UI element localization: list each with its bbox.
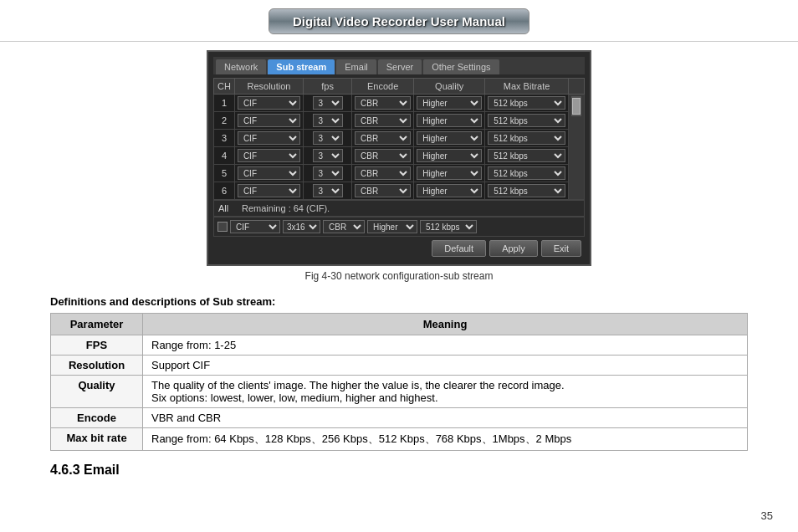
fps-cell: 3 xyxy=(304,165,352,182)
apply-encode-select[interactable]: CBR xyxy=(323,220,365,233)
definitions-title: Definitions and descriptions of Sub stre… xyxy=(50,295,748,308)
quality-select-4[interactable]: Higher xyxy=(417,149,482,162)
col-ch: CH xyxy=(214,79,235,95)
encode-cell: CBR xyxy=(352,130,414,147)
encode-select-3[interactable]: CBR xyxy=(355,131,411,145)
def-header-meaning: Meaning xyxy=(143,314,748,335)
def-param: Max bit rate xyxy=(51,428,143,451)
resolution-cell: CIF xyxy=(234,147,303,165)
quality-cell: Higher xyxy=(414,182,485,200)
resolution-select-4[interactable]: CIF xyxy=(238,149,300,162)
ch-cell: 4 xyxy=(214,147,235,165)
apply-fps-select[interactable]: 3x16 xyxy=(283,220,320,233)
def-param: Resolution xyxy=(51,356,143,376)
col-bitrate: Max Bitrate xyxy=(485,79,569,95)
definitions-table: Parameter Meaning FPSRange from: 1-25Res… xyxy=(50,313,748,451)
quality-cell: Higher xyxy=(414,165,485,182)
apply-quality-select[interactable]: Higher xyxy=(367,220,417,233)
def-param: Encode xyxy=(51,408,143,428)
tab-server[interactable]: Server xyxy=(378,59,422,74)
bitrate-cell: 512 kbps xyxy=(485,147,569,165)
scrollbar-cell xyxy=(569,95,585,200)
quality-cell: Higher xyxy=(414,147,485,165)
encode-select-6[interactable]: CBR xyxy=(355,184,411,197)
bitrate-cell: 512 kbps xyxy=(485,182,569,200)
bitrate-select-4[interactable]: 512 kbps xyxy=(488,149,565,162)
fps-cell: 3 xyxy=(304,182,352,200)
quality-select-2[interactable]: Higher xyxy=(417,114,482,127)
resolution-select-5[interactable]: CIF xyxy=(238,166,300,180)
quality-select-3[interactable]: Higher xyxy=(417,131,482,145)
bitrate-select-6[interactable]: 512 kbps xyxy=(488,184,565,197)
resolution-cell: CIF xyxy=(234,95,303,112)
scrollbar-thumb[interactable] xyxy=(572,98,581,115)
apply-resolution-select[interactable]: CIF xyxy=(230,220,280,233)
fps-select-2[interactable]: 3 xyxy=(313,114,343,127)
quality-cell: Higher xyxy=(414,130,485,147)
default-button[interactable]: Default xyxy=(432,240,486,257)
resolution-select-3[interactable]: CIF xyxy=(238,131,300,145)
col-quality: Quality xyxy=(414,79,485,95)
all-checkbox[interactable] xyxy=(217,222,228,232)
encode-select-1[interactable]: CBR xyxy=(355,96,411,110)
table-row: 4CIF3CBRHigher512 kbps xyxy=(214,147,585,165)
def-row: EncodeVBR and CBR xyxy=(51,408,748,428)
ch-cell: 3 xyxy=(214,130,235,147)
encode-select-2[interactable]: CBR xyxy=(355,114,411,127)
def-header-param: Parameter xyxy=(51,314,143,335)
bitrate-select-3[interactable]: 512 kbps xyxy=(488,131,565,145)
resolution-select-2[interactable]: CIF xyxy=(238,114,300,127)
fps-cell: 3 xyxy=(304,147,352,165)
apply-row: CIF 3x16 CBR Higher 512 kbps xyxy=(213,217,585,237)
quality-select-6[interactable]: Higher xyxy=(417,184,482,197)
content-area: Network Sub stream Email Server Other Se… xyxy=(0,42,798,486)
resolution-cell: CIF xyxy=(234,165,303,182)
bitrate-select-5[interactable]: 512 kbps xyxy=(488,166,565,180)
fps-select-4[interactable]: 3 xyxy=(313,149,343,162)
bitrate-select-2[interactable]: 512 kbps xyxy=(488,114,565,127)
encode-cell: CBR xyxy=(352,182,414,200)
tabs-bar: Network Sub stream Email Server Other Se… xyxy=(213,57,585,74)
encode-select-5[interactable]: CBR xyxy=(355,166,411,180)
def-row: ResolutionSupport CIF xyxy=(51,356,748,376)
bitrate-cell: 512 kbps xyxy=(485,112,569,130)
scrollbar-header xyxy=(569,79,585,95)
buttons-row: Default Apply Exit xyxy=(213,237,585,259)
dvr-ui: Network Sub stream Email Server Other Se… xyxy=(207,50,591,266)
quality-select-5[interactable]: Higher xyxy=(417,166,482,180)
bitrate-cell: 512 kbps xyxy=(485,95,569,112)
fps-select-3[interactable]: 3 xyxy=(313,131,343,145)
encode-select-4[interactable]: CBR xyxy=(355,149,411,162)
fps-select-6[interactable]: 3 xyxy=(313,184,343,197)
def-param: FPS xyxy=(51,335,143,356)
resolution-select-1[interactable]: CIF xyxy=(238,96,300,110)
def-meaning: The quality of the clients' image. The h… xyxy=(143,376,748,408)
tab-other[interactable]: Other Settings xyxy=(423,59,499,74)
resolution-select-6[interactable]: CIF xyxy=(238,184,300,197)
quality-select-1[interactable]: Higher xyxy=(417,96,482,110)
header-title: Digital Video Recorder User Manual xyxy=(293,14,505,28)
table-row: 2CIF3CBRHigher512 kbps xyxy=(214,112,585,130)
apply-bitrate-select[interactable]: 512 kbps xyxy=(420,220,477,233)
tab-network[interactable]: Network xyxy=(216,59,266,74)
scrollbar[interactable] xyxy=(571,96,581,116)
fps-select-5[interactable]: 3 xyxy=(313,166,343,180)
quality-cell: Higher xyxy=(414,95,485,112)
def-meaning: Range from: 64 Kbps、128 Kbps、256 Kbps、51… xyxy=(143,428,748,451)
apply-button[interactable]: Apply xyxy=(489,240,538,257)
exit-button[interactable]: Exit xyxy=(541,240,581,257)
fps-cell: 3 xyxy=(304,112,352,130)
remaining-text: Remaining : 64 (CIF). xyxy=(242,203,580,213)
encode-cell: CBR xyxy=(352,112,414,130)
fps-select-1[interactable]: 3 xyxy=(313,96,343,110)
def-meaning: VBR and CBR xyxy=(143,408,748,428)
header-title-box: Digital Video Recorder User Manual xyxy=(269,8,529,34)
tab-substream[interactable]: Sub stream xyxy=(268,59,335,74)
encode-cell: CBR xyxy=(352,95,414,112)
table-row: 3CIF3CBRHigher512 kbps xyxy=(214,130,585,147)
page-number: 35 xyxy=(761,509,773,522)
col-resolution: Resolution xyxy=(234,79,303,95)
bitrate-select-1[interactable]: 512 kbps xyxy=(488,96,565,110)
tab-email[interactable]: Email xyxy=(336,59,376,74)
table-row: 1CIF3CBRHigher512 kbps xyxy=(214,95,585,112)
